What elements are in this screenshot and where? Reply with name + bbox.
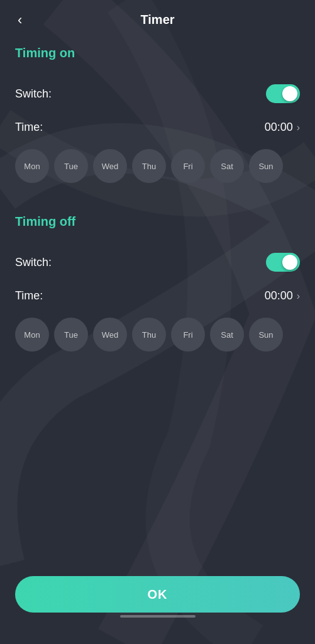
page-title: Timer [140,13,174,27]
timing-off-time-row[interactable]: Time: 00:00 › [15,280,300,311]
ok-button[interactable]: OK [15,576,300,613]
timing-off-day-sat[interactable]: Sat [210,318,244,352]
timing-off-section: Timing off Switch: Time: 00:00 › MonTueW… [15,214,300,364]
timing-on-day-sat[interactable]: Sat [210,149,244,183]
main-content: Timing on Switch: Time: 00:00 › MonTueWe… [0,33,315,564]
section-gap-1 [15,196,300,208]
timing-on-title: Timing on [15,46,300,60]
timing-off-toggle[interactable] [266,253,300,272]
footer: OK [0,564,315,644]
timing-on-switch-label: Switch: [15,87,52,101]
timing-off-day-sun[interactable]: Sun [249,318,283,352]
timing-on-switch-row: Switch: [15,75,300,112]
timing-off-time-label: Time: [15,289,43,303]
timing-on-toggle[interactable] [266,84,300,103]
timing-off-time-value-container[interactable]: 00:00 › [265,289,300,303]
timing-on-section: Timing on Switch: Time: 00:00 › MonTueWe… [15,46,300,196]
timing-off-day-thu[interactable]: Thu [132,318,166,352]
back-button[interactable]: ‹ [13,9,27,31]
home-indicator [15,613,300,625]
timing-on-time-row[interactable]: Time: 00:00 › [15,112,300,143]
timing-on-day-wed[interactable]: Wed [93,149,127,183]
timing-off-chevron-icon: › [297,291,300,302]
timing-on-toggle-knob [282,86,297,101]
timing-on-day-tue[interactable]: Tue [54,149,88,183]
timing-off-time-value: 00:00 [265,289,293,303]
home-bar [120,615,196,618]
timing-on-day-thu[interactable]: Thu [132,149,166,183]
timing-on-time-value: 00:00 [265,121,293,134]
timing-on-time-value-container[interactable]: 00:00 › [265,121,300,134]
timing-on-day-sun[interactable]: Sun [249,149,283,183]
timing-off-day-mon[interactable]: Mon [15,318,49,352]
timing-off-day-tue[interactable]: Tue [54,318,88,352]
timing-off-switch-label: Switch: [15,256,52,269]
timing-on-chevron-icon: › [297,122,300,133]
timing-on-day-fri[interactable]: Fri [171,149,205,183]
timing-off-title: Timing off [15,214,300,229]
timing-off-day-fri[interactable]: Fri [171,318,205,352]
timing-on-day-mon[interactable]: Mon [15,149,49,183]
header: ‹ Timer [0,0,315,33]
timing-on-time-label: Time: [15,121,43,134]
timing-on-days-row: MonTueWedThuFriSatSun [15,143,300,196]
timing-off-switch-row: Switch: [15,244,300,280]
timing-off-toggle-knob [282,255,297,270]
timing-off-days-row: MonTueWedThuFriSatSun [15,311,300,364]
timing-off-day-wed[interactable]: Wed [93,318,127,352]
